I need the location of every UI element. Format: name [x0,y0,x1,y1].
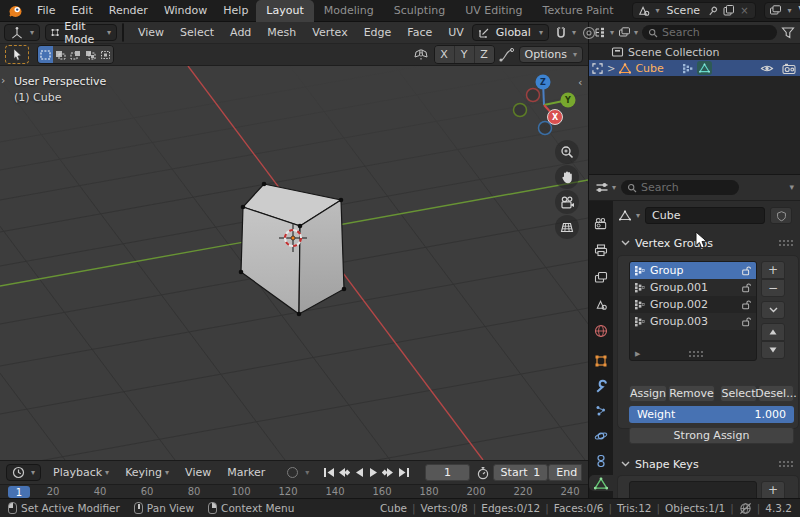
menu-face[interactable]: Face [399,22,440,43]
menu-add[interactable]: Add [222,22,259,43]
workspace-tab-modeling[interactable]: Modeling [314,0,384,22]
lock-open-icon[interactable] [741,265,752,276]
mesh-data-icon[interactable] [619,210,631,221]
mirror-x-button[interactable]: X [435,46,454,63]
auto-keying-toggle[interactable]: ▾ [287,467,309,478]
tab-view-layer[interactable] [593,269,609,285]
active-tool-tweak-button[interactable] [5,45,29,64]
view-layer-selector[interactable]: ▾ View Layer × [764,2,800,19]
expand-icon[interactable]: > [607,63,615,74]
falloff-toggle[interactable] [499,48,515,62]
move-group-up-button[interactable] [761,323,785,341]
menu-keying[interactable]: Keying▾ [117,461,177,484]
remove-button[interactable]: Remove [668,385,715,402]
menu-uv[interactable]: UV [440,22,472,43]
menu-playback[interactable]: Playback▾ [45,461,117,484]
outliner-display-mode-button[interactable]: ▾ [618,26,638,39]
fake-user-button[interactable] [770,207,792,224]
chevron-down-icon[interactable]: ▾ [789,183,794,192]
menu-view[interactable]: View [130,22,172,43]
gizmo-neg-y[interactable] [514,104,527,117]
tab-object-data[interactable] [589,475,613,491]
tab-scene[interactable] [593,296,609,312]
menu-timeline-view[interactable]: View [177,461,219,484]
toggle-ortho-button[interactable] [555,215,579,239]
editor-type-button[interactable]: ▾ [4,24,40,41]
outliner-editor-type-button[interactable]: ▾ [594,26,614,39]
id-name-field[interactable]: Cube [645,207,765,224]
current-frame-field[interactable]: 1 [425,464,469,481]
transform-orientation-dropdown[interactable]: Global ▾ [472,24,549,41]
mirror-z-button[interactable]: Z [475,46,494,63]
menu-window[interactable]: Window [156,0,215,21]
gizmo-neg-x[interactable] [527,89,540,102]
scene-selector[interactable]: ▾ Scene × [632,2,756,19]
3d-viewport[interactable]: Z Y X User Perspective (1) Cube › ‹ [0,66,588,460]
shape-keys-panel-header[interactable]: Shape Keys [621,454,699,474]
properties-editor-type-button[interactable]: ▾ [595,181,616,194]
lock-open-icon[interactable] [741,316,752,327]
select-subtract-button[interactable] [68,46,83,63]
add-shape-key-button[interactable]: + [761,481,785,499]
menu-marker[interactable]: Marker [219,461,273,484]
tab-modifiers[interactable] [593,378,609,394]
scene-collection-row[interactable]: Scene Collection [589,44,800,60]
select-invert-button[interactable] [83,46,98,63]
frame-start-field[interactable]: Start 1 [493,464,549,481]
sidebar-expand-icon[interactable]: ‹ [578,76,582,89]
select-set-button[interactable] [38,46,53,63]
pin-icon[interactable] [707,5,719,17]
menu-render[interactable]: Render [101,0,156,21]
disable-in-renders-icon[interactable] [782,63,796,74]
jump-to-end-button[interactable] [396,465,411,481]
add-vertex-group-button[interactable]: + [761,261,785,279]
workspace-tab-texture-paint[interactable]: Texture Paint [533,0,624,22]
filter-expand-icon[interactable]: ▶ [635,350,640,358]
filter-icon[interactable] [781,26,795,39]
outliner-search-field[interactable]: Search [642,25,777,40]
menu-help[interactable]: Help [215,0,256,21]
workspace-tab-uv-editing[interactable]: UV Editing [455,0,532,22]
snap-toggle[interactable]: ▾ [554,26,576,40]
play-reverse-button[interactable] [351,465,366,481]
mirror-toggle[interactable] [413,48,429,61]
zoom-button[interactable] [555,140,579,164]
menu-edge[interactable]: Edge [356,22,400,43]
prev-keyframe-button[interactable] [336,465,351,481]
tab-world[interactable] [593,323,609,339]
tab-constraints[interactable] [593,453,609,469]
gizmo-neg-z[interactable] [539,122,552,135]
strong-assign-button[interactable]: Strong Assign [629,427,794,444]
weight-slider[interactable]: Weight 1.000 [629,406,794,423]
jump-to-start-button[interactable] [321,465,336,481]
lock-open-icon[interactable] [741,282,752,293]
tab-particles[interactable] [593,403,609,419]
pan-button[interactable] [555,165,579,189]
select-button[interactable]: Select [720,385,757,402]
panel-grip[interactable] [779,461,793,467]
tab-render[interactable] [593,215,609,231]
properties-search-field[interactable]: Search [621,180,739,195]
mirror-y-button[interactable]: Y [455,46,474,63]
menu-file[interactable]: File [29,0,63,21]
cube-object-row[interactable]: > Cube [589,60,800,76]
play-button[interactable] [366,465,381,481]
menu-select[interactable]: Select [172,22,222,43]
tab-object[interactable] [593,353,609,369]
lock-open-icon[interactable] [741,299,752,310]
select-intersect-button[interactable] [98,46,113,63]
viewport-canvas[interactable]: Z Y X [0,66,588,460]
vertex-group-item[interactable]: Group [630,262,756,279]
menu-vertex[interactable]: Vertex [304,22,355,43]
move-group-down-button[interactable] [761,341,785,359]
deselect-button[interactable]: Desel... [758,385,794,402]
use-preview-range-toggle[interactable] [476,466,490,480]
vertex-group-item[interactable]: Group.002 [630,296,756,313]
panel-grip[interactable] [779,240,793,246]
workspace-tab-sculpting[interactable]: Sculpting [384,0,455,22]
next-keyframe-button[interactable] [381,465,396,481]
new-scene-icon[interactable] [722,4,735,17]
playhead[interactable]: 1 [8,486,30,498]
tab-output[interactable] [593,242,609,258]
timeline-ruler[interactable]: 1 20 40 60 80 100 120 140 160 180 200 22… [0,484,588,498]
